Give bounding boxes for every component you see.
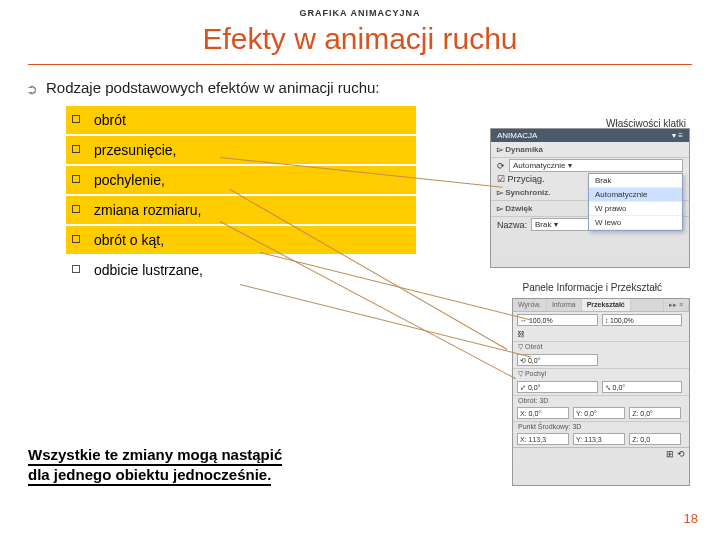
panel-menu-icon[interactable]: ▾ ≡	[672, 131, 683, 140]
list-item: obrót o kąt,	[66, 226, 416, 254]
center-x-input[interactable]: X: 113,3	[517, 433, 569, 445]
bullet-arrow-icon: ➲	[26, 81, 38, 97]
reset-icon[interactable]: ⊞ ⟲	[666, 449, 685, 459]
list-item: zmiana rozmiaru,	[66, 196, 416, 224]
list-item-label: pochylenie,	[94, 172, 165, 188]
square-bullet-icon	[72, 175, 80, 183]
section-dynamics[interactable]: ▻ Dynamika	[491, 142, 689, 158]
rotation-dropdown[interactable]: Automatycznie ▾	[509, 159, 683, 172]
leader-line	[240, 284, 531, 358]
lead-label: Rodzaje podstawowych efektów w animacji …	[46, 79, 380, 96]
slide-title: Efekty w animacji ruchu	[0, 18, 720, 64]
snap-checkbox[interactable]: ☑ Przyciąg.	[497, 174, 545, 184]
panel-tab[interactable]: ANIMACJA	[497, 131, 537, 140]
rotation-3d-group: X: 0,0° Y: 0,0° Z: 0,0°	[513, 405, 689, 421]
transform-panel: Wyrów. Informa Przekształć ▸▸ ≡ ↔ 100,0%…	[512, 298, 690, 486]
list-item-label: przesunięcie,	[94, 142, 177, 158]
square-bullet-icon	[72, 205, 80, 213]
rotation-section-label: ▽ Obrót	[513, 341, 689, 352]
tab-transform[interactable]: Przekształć	[582, 299, 631, 311]
link-icon[interactable]: ⛓	[517, 330, 525, 339]
center-y-field: Y: 113,3	[573, 433, 625, 445]
menu-item[interactable]: Automatycznie	[589, 188, 682, 202]
lead-text: ➲ Rodzaje podstawowych efektów w animacj…	[28, 79, 692, 96]
page-number: 18	[684, 511, 698, 526]
square-bullet-icon	[72, 265, 80, 273]
rotation-dropdown-menu: Brak Automatycznie W prawo W lewo	[588, 173, 683, 231]
center-z-field: Z: 0,0	[629, 433, 681, 445]
rotation-group: ⟲ 0,0°	[513, 352, 689, 368]
frame-properties-panel: ANIMACJA ▾ ≡ ▻ Dynamika ⟳ Automatycznie …	[490, 128, 690, 268]
list-item: pochylenie,	[66, 166, 416, 194]
list-item-label: odbicie lustrzane,	[94, 262, 203, 278]
center-3d-group: X: 113,3 Y: 113,3 Z: 0,0	[513, 431, 689, 447]
name-label: Nazwa:	[497, 220, 527, 230]
square-bullet-icon	[72, 145, 80, 153]
center-y-input[interactable]: Y: 113,3	[573, 433, 625, 445]
list-item-label: obrót o kąt,	[94, 232, 164, 248]
panel-header: ANIMACJA ▾ ≡	[491, 129, 689, 142]
rotation-row: ⟳ Automatycznie ▾	[491, 158, 689, 173]
list-item: odbicie lustrzane,	[66, 256, 416, 284]
rotation-3d-label: Obrót: 3D	[513, 395, 689, 405]
conclusion-line-1: Wszystkie te zmiany mogą nastąpić	[28, 446, 282, 466]
panel-menu-icon[interactable]: ▸▸ ≡	[664, 299, 689, 311]
list-item: obrót	[66, 106, 416, 134]
rot3d-x-input[interactable]: X: 0,0°	[517, 407, 569, 419]
list-item-label: obrót	[94, 112, 126, 128]
rot3d-y-input[interactable]: Y: 0,0°	[573, 407, 625, 419]
skew-group: ⤢ 0,0° ⤡ 0,0°	[513, 379, 689, 395]
skew-x-field: ⤢ 0,0°	[517, 381, 598, 393]
rotation-icon: ⟳	[497, 161, 505, 171]
title-underline	[28, 64, 692, 65]
skew-x-input[interactable]: ⤢ 0,0°	[517, 381, 598, 393]
skew-section-label: ▽ Pochyl	[513, 368, 689, 379]
scale-y-input[interactable]: ↕ 100,0%	[602, 314, 683, 326]
tab-info[interactable]: Informa	[547, 299, 582, 311]
skew-y-field: ⤡ 0,0°	[602, 381, 683, 393]
menu-item[interactable]: W lewo	[589, 216, 682, 230]
list-item-label: zmiana rozmiaru,	[94, 202, 201, 218]
square-bullet-icon	[72, 115, 80, 123]
tab-align[interactable]: Wyrów.	[513, 299, 547, 311]
rot3d-y-field: Y: 0,0°	[573, 407, 625, 419]
center-3d-label: Punkt Środkowy: 3D	[513, 421, 689, 431]
center-z-input[interactable]: Z: 0,0	[629, 433, 681, 445]
rot3d-x-field: X: 0,0°	[517, 407, 569, 419]
panel-footer: ⊞ ⟲	[513, 447, 689, 460]
rot3d-z-field: Z: 0,0°	[629, 407, 681, 419]
center-x-field: X: 113,3	[517, 433, 569, 445]
square-bullet-icon	[72, 235, 80, 243]
scale-group: ↔ 100,0% ↕ 100,0% ⛓	[513, 312, 689, 341]
skew-y-input[interactable]: ⤡ 0,0°	[602, 381, 683, 393]
panel-tabs: Wyrów. Informa Przekształć ▸▸ ≡	[513, 299, 689, 312]
conclusion-line-2: dla jednego obiektu jednocześnie.	[28, 466, 271, 486]
menu-item[interactable]: W prawo	[589, 202, 682, 216]
section-header: GRAFIKA ANIMACYJNA	[0, 0, 720, 18]
rot3d-z-input[interactable]: Z: 0,0°	[629, 407, 681, 419]
conclusion-text: Wszystkie te zmiany mogą nastąpić dla je…	[28, 445, 398, 484]
scale-y-field: ↕ 100,0%	[602, 314, 683, 326]
callout-label-panels: Panele Informacje i Przekształć	[522, 282, 662, 293]
menu-item[interactable]: Brak	[589, 174, 682, 188]
